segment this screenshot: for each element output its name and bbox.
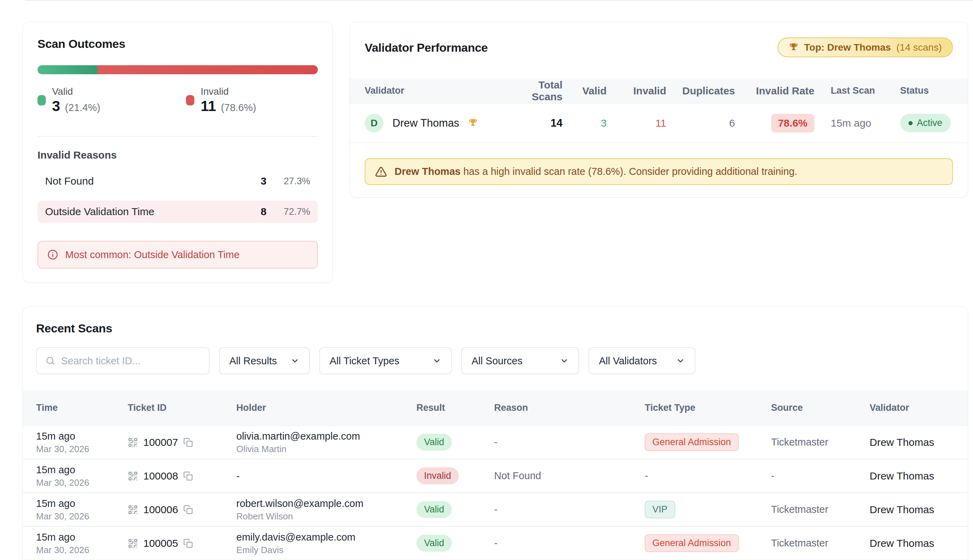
scan-time: 15m ago bbox=[36, 430, 128, 442]
invalid-percentage: (78.6%) bbox=[221, 102, 257, 113]
trophy-icon bbox=[468, 118, 478, 128]
filter-all-sources[interactable]: All Sources bbox=[461, 347, 579, 374]
copy-ticket-id-button[interactable] bbox=[183, 471, 193, 481]
chevron-down-icon bbox=[432, 356, 442, 365]
most-common-reason-alert: Most common: Outside Validation Time bbox=[37, 241, 318, 268]
valid-label: Valid bbox=[52, 86, 100, 97]
copy-icon bbox=[183, 538, 193, 548]
scan-date: Mar 30, 2026 bbox=[36, 545, 128, 555]
column-total-scans: Total Scans bbox=[514, 79, 563, 103]
ticket-source: Ticketmaster bbox=[771, 537, 870, 549]
filter-all-results[interactable]: All Results bbox=[219, 347, 310, 374]
copy-icon bbox=[183, 471, 193, 481]
chevron-down-icon bbox=[560, 356, 569, 365]
column-result: Result bbox=[417, 402, 494, 413]
avatar: D bbox=[365, 114, 383, 133]
invalid-label: Invalid bbox=[201, 86, 256, 97]
invalid-legend-item: Invalid 11 (78.6%) bbox=[186, 86, 318, 114]
ticket-type-badge: General Admission bbox=[645, 534, 739, 552]
column-reason: Reason bbox=[494, 402, 645, 413]
validator-performance-title: Validator Performance bbox=[365, 41, 488, 55]
scan-date: Mar 30, 2026 bbox=[36, 444, 128, 454]
scan-time: 15m ago bbox=[36, 531, 128, 543]
reason-count: 8 bbox=[250, 206, 267, 218]
column-validator: Validator bbox=[365, 85, 514, 96]
valid-legend-item: Valid 3 (21.4%) bbox=[37, 86, 186, 114]
scan-row: 15m ago Mar 30, 2026 100007 olivia.marti… bbox=[23, 426, 968, 459]
ticket-type-badge: General Admission bbox=[645, 433, 739, 451]
search-icon bbox=[45, 356, 55, 366]
filter-all-ticket-types[interactable]: All Ticket Types bbox=[319, 347, 452, 374]
holder-email: - bbox=[236, 470, 417, 482]
top-validator-scan-count: (14 scans) bbox=[896, 42, 942, 53]
warning-text: has a high invalid scan rate (78.6%). Co… bbox=[460, 166, 797, 177]
scan-time: 15m ago bbox=[36, 464, 128, 476]
page-top-divider bbox=[25, 0, 973, 1]
holder-email: emily.davis@example.com bbox=[236, 531, 417, 543]
scan-validator: Drew Thomas bbox=[870, 504, 955, 516]
column-ticket-type: Ticket Type bbox=[645, 402, 771, 413]
holder-email: robert.wilson@example.com bbox=[236, 498, 417, 509]
column-validator: Validator bbox=[870, 402, 955, 413]
active-dot bbox=[908, 121, 913, 125]
column-time: Time bbox=[36, 402, 128, 413]
scan-date: Mar 30, 2026 bbox=[36, 511, 128, 522]
reason-row-not-found: Not Found 3 27.3% bbox=[37, 172, 318, 191]
valid-color-chip bbox=[37, 95, 46, 105]
copy-ticket-id-button[interactable] bbox=[183, 538, 193, 548]
invalid-rate-badge: 78.6% bbox=[771, 114, 815, 133]
filter-bar: All Results All Ticket Types All Sources… bbox=[36, 347, 955, 374]
qr-code-icon bbox=[128, 538, 138, 548]
column-duplicates: Duplicates bbox=[666, 85, 735, 97]
scan-row: 15m ago Mar 30, 2026 100008 - Invalid No… bbox=[23, 459, 968, 493]
ticket-id: 100005 bbox=[143, 537, 178, 549]
warning-validator-name: Drew Thomas bbox=[395, 166, 460, 177]
qr-code-icon bbox=[128, 471, 138, 481]
holder-name: Emily Davis bbox=[236, 545, 417, 555]
recent-scans-table-header: Time Ticket ID Holder Result Reason Tick… bbox=[23, 390, 968, 426]
scan-reason: - bbox=[494, 537, 645, 549]
recent-scans-title: Recent Scans bbox=[36, 321, 955, 335]
search-input[interactable] bbox=[61, 355, 201, 367]
filter-label: All Validators bbox=[599, 355, 657, 367]
copy-icon bbox=[183, 438, 193, 447]
filter-label: All Results bbox=[229, 355, 277, 367]
ticket-source: Ticketmaster bbox=[771, 437, 870, 448]
filter-label: All Sources bbox=[472, 355, 523, 367]
ticket-id: 100008 bbox=[143, 470, 178, 482]
validator-table-header: Validator Total Scans Valid Invalid Dupl… bbox=[350, 78, 968, 103]
result-badge: Valid bbox=[417, 535, 452, 552]
scan-outcomes-legend: Valid 3 (21.4%) Invalid 11 (78.6%) bbox=[37, 86, 318, 114]
ticket-type-badge: VIP bbox=[645, 501, 675, 518]
qr-code-icon bbox=[128, 505, 138, 515]
reason-row-outside-validation-time: Outside Validation Time 8 72.7% bbox=[37, 200, 318, 223]
holder-name: Robert Wilson bbox=[236, 511, 417, 522]
reason-percentage: 72.7% bbox=[267, 207, 310, 217]
last-scan-value: 15m ago bbox=[815, 117, 900, 129]
column-ticket-id: Ticket ID bbox=[128, 402, 236, 413]
copy-ticket-id-button[interactable] bbox=[183, 505, 193, 515]
holder-email: olivia.martin@example.com bbox=[236, 430, 417, 442]
chevron-down-icon bbox=[676, 356, 685, 365]
section-divider bbox=[37, 136, 318, 137]
scan-outcomes-card: Scan Outcomes Valid 3 (21.4%) Invalid 11… bbox=[23, 22, 333, 283]
ticket-type-value: - bbox=[645, 470, 771, 482]
scan-validator: Drew Thomas bbox=[870, 470, 955, 482]
validator-performance-card: Validator Performance Top: Drew Thomas (… bbox=[350, 22, 968, 197]
recent-scans-card: Recent Scans All Results All Ticket Type… bbox=[23, 307, 968, 560]
reason-percentage: 27.3% bbox=[267, 176, 310, 187]
ticket-id: 100006 bbox=[143, 504, 178, 516]
column-status: Status bbox=[900, 85, 953, 96]
warning-triangle-icon bbox=[375, 166, 387, 178]
column-invalid-rate: Invalid Rate bbox=[735, 85, 815, 97]
qr-code-icon bbox=[128, 437, 138, 448]
reason-label: Outside Validation Time bbox=[45, 206, 250, 218]
column-valid: Valid bbox=[563, 85, 606, 97]
result-badge: Valid bbox=[417, 501, 452, 518]
filter-all-validators[interactable]: All Validators bbox=[588, 347, 695, 374]
scan-validator: Drew Thomas bbox=[870, 437, 955, 448]
invalid-bar-segment bbox=[98, 65, 318, 74]
copy-ticket-id-button[interactable] bbox=[183, 438, 193, 447]
result-badge: Invalid bbox=[417, 467, 459, 484]
ticket-search-box[interactable] bbox=[36, 347, 210, 374]
